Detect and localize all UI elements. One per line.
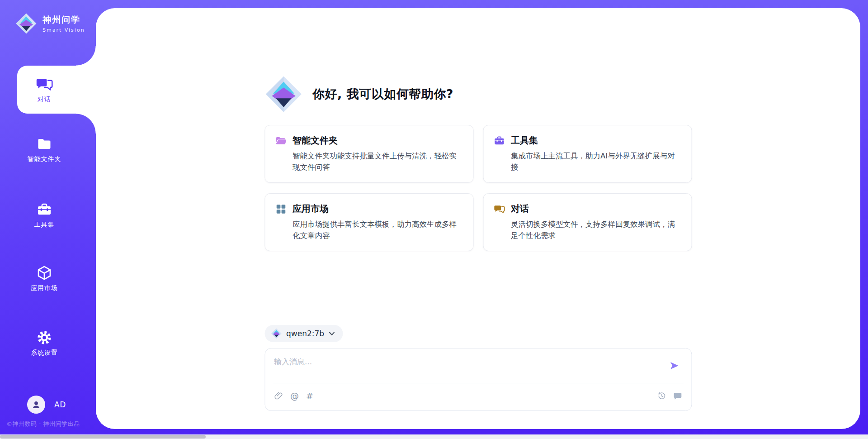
card-toolset[interactable]: 工具集 集成市场上主流工具，助力AI与外界无缝扩展与对接	[483, 125, 692, 183]
horizontal-scrollbar[interactable]	[0, 434, 868, 439]
card-description: 应用市场提供丰富长文本模板，助力高效生成多样化文章内容	[292, 219, 463, 242]
chevron-down-icon	[329, 332, 335, 336]
grid-icon	[275, 203, 287, 215]
avatar	[27, 396, 45, 414]
brand-logo: 神州问学 Smart Vision	[15, 13, 85, 34]
card-chat[interactable]: 对话 灵活切换多模型文件，支持多样回复效果调试，满足个性化需求	[483, 193, 692, 251]
sidebar-item-settings[interactable]: 系统设置	[0, 329, 89, 357]
sidebar-item-toolset[interactable]: 工具集	[0, 201, 89, 229]
card-title: 工具集	[511, 134, 538, 147]
card-head: 工具集	[493, 134, 681, 147]
folder-icon	[36, 136, 53, 152]
brand-diamond-icon	[264, 75, 302, 113]
card-title: 应用市场	[292, 203, 329, 215]
app: 神州问学 Smart Vision 对话 智能文件夹 工具集	[0, 0, 868, 439]
brand-tagline: Smart Vision	[42, 27, 85, 33]
composer-toolbar-left: @ #	[274, 391, 313, 401]
card-description: 灵活切换多模型文件，支持多样回复效果调试，满足个性化需求	[511, 219, 681, 242]
mention-icon[interactable]: @	[290, 391, 299, 401]
card-head: 应用市场	[275, 203, 463, 215]
content-column: 你好, 我可以如何帮助你? 智能文件夹 智能文件夹功能支持批量文件上传与清洗，轻…	[264, 8, 692, 429]
composer-toolbar-right	[656, 391, 682, 401]
toolbox-icon	[493, 135, 505, 147]
brand-name: 神州问学	[42, 14, 85, 26]
history-icon[interactable]	[656, 391, 666, 401]
sidebar-item-chat-inner: 对话	[17, 66, 71, 114]
user-name: AD	[54, 400, 66, 409]
attachment-icon[interactable]	[274, 391, 283, 401]
model-selector[interactable]: qwen2:7b	[264, 325, 343, 342]
brand-diamond-icon	[271, 328, 282, 339]
send-icon	[669, 360, 679, 371]
card-description: 智能文件夹功能支持批量文件上传与清洗，轻松实现文件问答	[292, 151, 463, 173]
sidebar-item-label: 智能文件夹	[28, 155, 61, 163]
feedback-bubble-icon[interactable]	[673, 391, 682, 401]
hashtag-icon[interactable]: #	[306, 391, 313, 401]
card-head: 对话	[493, 203, 681, 215]
sidebar-item-label: 系统设置	[31, 349, 58, 357]
gear-icon	[36, 329, 53, 346]
greeting-text: 你好, 我可以如何帮助你?	[312, 86, 453, 102]
sidebar-item-chat[interactable]: 对话	[17, 66, 96, 114]
card-description: 集成市场上主流工具，助力AI与外界无缝扩展与对接	[511, 151, 681, 173]
sidebar-item-label: 应用市场	[31, 284, 58, 292]
message-input[interactable]	[274, 355, 660, 368]
sidebar: 神州问学 Smart Vision 对话 智能文件夹 工具集	[0, 0, 96, 439]
card-title: 智能文件夹	[292, 134, 338, 147]
brand-text: 神州问学 Smart Vision	[42, 14, 85, 33]
cube-icon	[36, 265, 53, 281]
card-title: 对话	[511, 203, 529, 215]
sidebar-item-app-market[interactable]: 应用市场	[0, 265, 89, 292]
toolbox-icon	[36, 201, 53, 218]
sidebar-item-smart-folder[interactable]: 智能文件夹	[0, 136, 89, 163]
sidebar-item-label: 对话	[38, 95, 51, 104]
message-composer: @ #	[264, 348, 692, 411]
person-icon	[31, 399, 42, 410]
card-app-market[interactable]: 应用市场 应用市场提供丰富长文本模板，助力高效生成多样化文章内容	[264, 193, 473, 251]
copyright-text: ©神州数码 · 神州问学出品	[6, 420, 80, 428]
send-button[interactable]	[669, 360, 679, 371]
feature-cards: 智能文件夹 智能文件夹功能支持批量文件上传与清洗，轻松实现文件问答 工具集 集成…	[264, 125, 692, 251]
card-smart-folder[interactable]: 智能文件夹 智能文件夹功能支持批量文件上传与清洗，轻松实现文件问答	[264, 125, 473, 183]
user-profile[interactable]: AD	[27, 396, 66, 414]
main-panel: 你好, 我可以如何帮助你? 智能文件夹 智能文件夹功能支持批量文件上传与清洗，轻…	[96, 8, 860, 429]
model-name: qwen2:7b	[286, 329, 324, 338]
open-folder-icon	[275, 135, 287, 147]
sidebar-item-label: 工具集	[34, 221, 55, 229]
chat-icon	[35, 76, 53, 92]
scrollbar-thumb[interactable]	[0, 435, 206, 439]
chat-icon	[493, 203, 505, 215]
composer-divider	[273, 383, 683, 383]
greeting: 你好, 我可以如何帮助你?	[264, 75, 453, 113]
card-head: 智能文件夹	[275, 134, 463, 147]
brand-diamond-icon	[15, 13, 37, 34]
